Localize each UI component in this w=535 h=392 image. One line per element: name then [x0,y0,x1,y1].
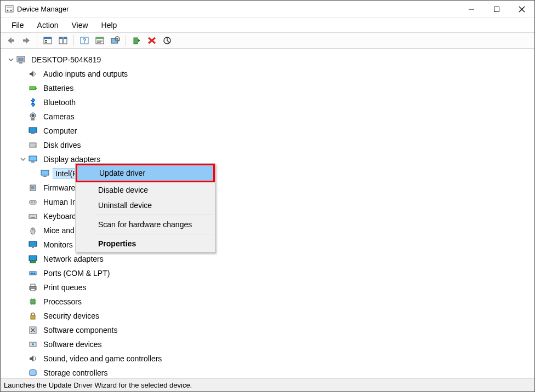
svg-point-68 [34,273,35,274]
tree-label[interactable]: Firmware [41,183,77,193]
tree-root-node[interactable]: DESKTOP-504K819 [5,53,530,67]
tree-label[interactable]: Sound, video and game controllers [41,354,164,364]
context-menu-separator [96,215,214,215]
scan-hardware-button[interactable] [108,34,122,47]
tree-label[interactable]: Batteries [41,83,76,93]
svg-point-84 [32,343,34,345]
chevron-down-icon[interactable] [19,155,27,163]
chevron-right-icon [19,369,27,377]
tree-label[interactable]: DESKTOP-504K819 [29,55,103,65]
tree-node[interactable]: Audio inputs and outputs [17,67,530,81]
menu-help[interactable]: Help [96,20,123,31]
minimize-button[interactable] [459,1,484,18]
svg-rect-72 [31,299,35,304]
annotation-highlight: Update driver [76,164,215,182]
context-menu-item[interactable]: Scan for hardware changes [76,217,214,232]
tree-label[interactable]: Monitors [41,240,75,250]
tree-label[interactable]: Ports (COM & LPT) [41,268,112,278]
tree-label[interactable]: Storage controllers [41,368,110,378]
chevron-right-icon [19,326,27,334]
context-menu-item[interactable]: Properties [76,236,214,251]
context-menu-item[interactable]: Disable device [76,182,214,198]
svg-rect-63 [29,256,37,261]
svg-rect-17 [64,37,67,39]
help-button[interactable]: ? [77,34,92,47]
update-driver-button[interactable] [129,34,144,47]
chevron-right-icon [19,269,27,277]
svg-point-67 [32,273,33,274]
menu-action[interactable]: Action [32,20,64,31]
svg-rect-64 [30,261,36,263]
battery-icon [28,83,38,93]
tree-node[interactable]: Batteries [17,81,530,95]
tree-node[interactable]: Security devices [17,309,530,323]
svg-rect-45 [31,162,35,163]
sound-icon [28,354,38,364]
tree-label[interactable]: Print queues [41,283,89,292]
tree-node[interactable]: Cameras [17,109,530,124]
display-icon [28,154,38,164]
cpu-icon [28,297,38,307]
app-icon [5,5,14,14]
chevron-right-icon [19,99,27,106]
toolbar: ? [1,32,534,49]
titlebar: Device Manager [1,1,534,18]
tree-node[interactable]: Storage controllers [17,366,530,378]
tree-node[interactable]: Software components [17,323,530,337]
swdev-icon [28,339,38,349]
tree-node[interactable]: Ports (COM & LPT) [17,266,530,280]
context-menu-item[interactable]: Update driver [77,165,213,181]
svg-rect-33 [18,57,24,61]
tree-node[interactable]: Bluetooth [17,95,530,109]
tree-node[interactable]: Network adapters [17,252,530,266]
camera-icon [28,112,38,122]
forward-button[interactable] [19,34,33,47]
tree-node[interactable]: Sound, video and game controllers [17,351,530,366]
chevron-down-icon[interactable] [7,56,15,64]
tree-node[interactable]: Software devices [17,337,530,351]
statusbar-text: Launches the Update Driver Wizard for th… [4,381,192,389]
properties-button[interactable] [93,34,107,47]
svg-rect-40 [29,128,37,132]
firmware-icon [28,183,38,193]
back-button[interactable] [4,34,18,47]
monitor2-icon [28,240,38,250]
tree-label[interactable]: Security devices [41,311,101,321]
svg-rect-13 [45,42,47,43]
mouse-icon [28,226,38,235]
svg-rect-5 [494,7,499,11]
svg-text:?: ? [83,37,87,44]
tree-node[interactable]: Print queues [17,280,530,295]
tree-node[interactable]: Disk drives [17,138,530,152]
tree-node[interactable]: Computer [17,124,530,138]
maximize-button[interactable] [484,1,509,18]
svg-rect-24 [97,42,101,43]
tree-label[interactable]: Software components [41,325,119,335]
tree-label[interactable]: Processors [41,297,84,307]
disable-button[interactable] [160,34,174,47]
printer-icon [28,283,38,292]
tree-node[interactable]: Processors [17,295,530,309]
menu-file[interactable]: File [6,20,30,31]
close-button[interactable] [509,1,534,18]
tree-label[interactable]: Network adapters [41,254,106,264]
svg-rect-57 [33,216,35,216]
props-icon [95,36,105,45]
showhide-console-tree-button[interactable] [41,34,55,47]
tree-label[interactable]: Computer [41,126,79,136]
svg-point-52 [32,201,33,203]
context-menu-item[interactable]: Uninstall device [76,198,214,213]
chevron-right-icon [19,284,27,291]
menu-view[interactable]: View [66,20,93,31]
tree-label[interactable]: Audio inputs and outputs [41,69,130,79]
tree-label[interactable]: Software devices [41,339,104,349]
tree-label[interactable]: Disk drives [41,140,83,150]
svg-rect-71 [31,289,35,291]
tree-label[interactable]: Bluetooth [41,97,78,107]
chevron-right-icon [19,355,27,362]
svg-rect-16 [59,37,62,39]
tree-label[interactable]: Cameras [41,112,77,122]
properties-all-button[interactable] [56,34,70,47]
uninstall-button[interactable] [145,34,159,47]
svg-rect-56 [32,216,33,216]
